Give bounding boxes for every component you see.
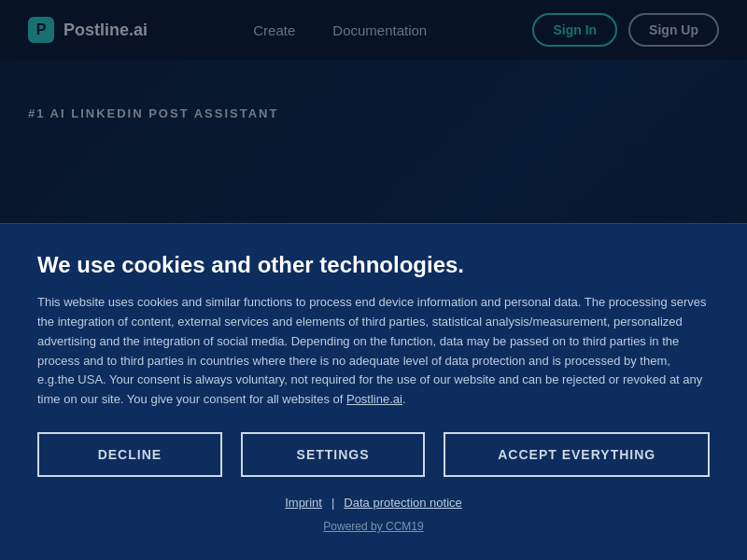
cookie-buttons: DECLINE SETTINGS ACCEPT EVERYTHING bbox=[37, 432, 710, 477]
cookie-body-text: This website uses cookies and similar fu… bbox=[37, 295, 707, 406]
cookie-body-link[interactable]: Postline.ai bbox=[346, 392, 402, 406]
footer-separator: | bbox=[331, 496, 334, 510]
decline-button[interactable]: DECLINE bbox=[37, 432, 222, 477]
footer-links: Imprint | Data protection notice bbox=[37, 496, 710, 510]
data-protection-link[interactable]: Data protection notice bbox=[344, 496, 461, 510]
cookie-title: We use cookies and other technologies. bbox=[37, 252, 710, 278]
powered-by-link[interactable]: Powered by CCM19 bbox=[323, 520, 423, 533]
imprint-link[interactable]: Imprint bbox=[285, 496, 322, 510]
settings-button[interactable]: SETTINGS bbox=[241, 432, 426, 477]
cookie-body-end: . bbox=[402, 392, 406, 406]
cookie-banner: We use cookies and other technologies. T… bbox=[0, 223, 747, 560]
cookie-overlay: We use cookies and other technologies. T… bbox=[0, 0, 747, 560]
cookie-body: This website uses cookies and similar fu… bbox=[37, 293, 710, 410]
cookie-footer: Imprint | Data protection notice Powered… bbox=[37, 496, 710, 534]
accept-button[interactable]: ACCEPT EVERYTHING bbox=[444, 432, 710, 477]
